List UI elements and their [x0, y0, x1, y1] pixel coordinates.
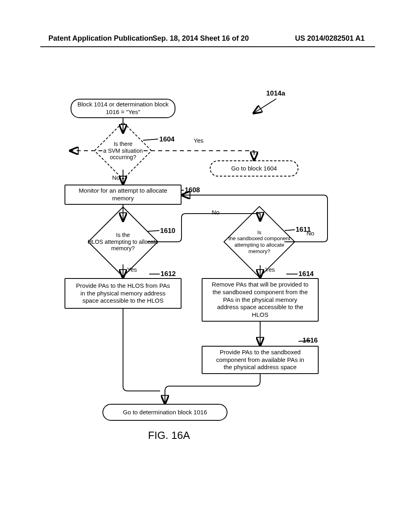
ref-1604: 1604: [159, 135, 175, 143]
terminator-start: Block 1014 or determination block 1016 =…: [71, 99, 175, 118]
process-1614: Remove PAs that will be provided to the …: [202, 278, 319, 322]
process-1608: Monitor for an attempt to allocate memor…: [65, 185, 181, 205]
decision-1611-text: Is the sandboxed component attempting to…: [193, 217, 326, 267]
label-1604-yes: Yes: [194, 137, 203, 144]
decision-1604-text: Is there a SVM situation occurring?: [77, 130, 169, 172]
decision-1611: Is the sandboxed component attempting to…: [193, 217, 326, 267]
terminator-goto-1604-text: Go to block 1604: [231, 165, 277, 172]
ref-1612: 1612: [161, 270, 176, 278]
process-1608-text: Monitor for an attempt to allocate memor…: [79, 187, 167, 202]
svg-line-0: [254, 99, 276, 113]
decision-1610-text: Is the HLOS attempting to allocate memor…: [58, 218, 188, 266]
header-mid: Sep. 18, 2014 Sheet 16 of 20: [152, 34, 249, 43]
pointer-1014a-label: 1014a: [266, 89, 285, 98]
decision-1604: Is there a SVM situation occurring?: [77, 130, 169, 172]
ref-1610: 1610: [160, 227, 175, 235]
terminator-end: Go to determination block 1016: [102, 404, 227, 421]
figure-title: FIG. 16A: [139, 429, 199, 442]
process-1614-text: Remove PAs that will be provided to the …: [212, 281, 309, 319]
process-1616: Provide PAs to the sandboxed component f…: [202, 346, 319, 374]
terminator-start-text: Block 1014 or determination block 1016 =…: [77, 101, 169, 116]
terminator-end-text: Go to determination block 1016: [123, 409, 207, 416]
ref-1616: 1616: [302, 337, 318, 345]
terminator-goto-1604: Go to block 1604: [210, 160, 298, 177]
ref-1614: 1614: [298, 270, 314, 278]
ref-1608: 1608: [185, 186, 200, 194]
header-right: US 2014/0282501 A1: [295, 34, 365, 43]
header-left: Patent Application Publication: [48, 34, 153, 43]
label-1604-no: No: [112, 174, 120, 181]
label-1610-yes: Yes: [127, 266, 137, 273]
header-rule: [40, 46, 375, 47]
label-1611-yes: Yes: [265, 266, 275, 273]
label-1610-no: No: [212, 209, 219, 216]
label-1611-no: No: [307, 230, 314, 237]
process-1616-text: Provide PAs to the sandboxed component f…: [216, 349, 304, 371]
decision-1610: Is the HLOS attempting to allocate memor…: [58, 218, 188, 266]
process-1612: Provide PAs to the HLOS from PAs in the …: [65, 278, 181, 309]
patent-sheet: Patent Application Publication Sep. 18, …: [0, 0, 413, 532]
process-1612-text: Provide PAs to the HLOS from PAs in the …: [76, 282, 170, 305]
